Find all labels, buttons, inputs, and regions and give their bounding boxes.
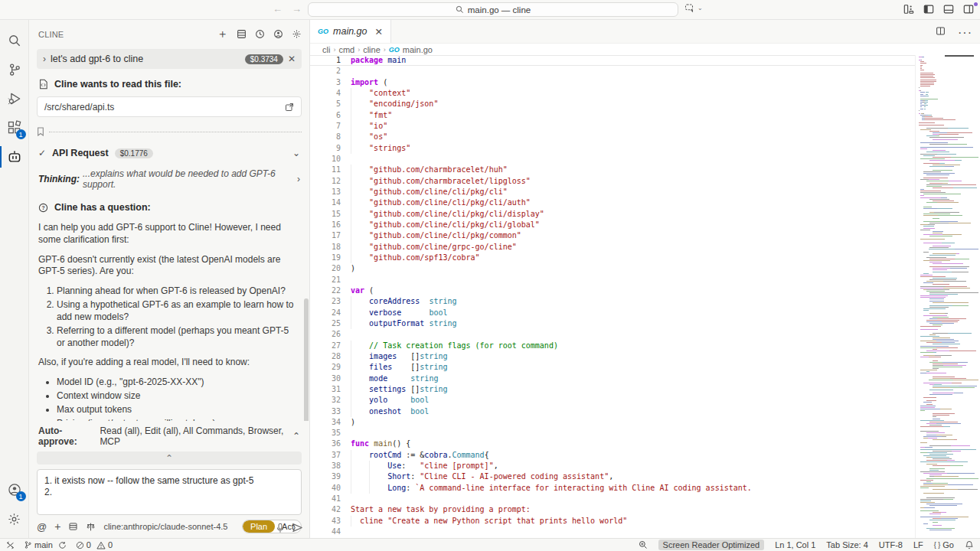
encoding[interactable]: UTF-8 xyxy=(879,540,903,549)
activitybar-source-control[interactable] xyxy=(0,55,29,84)
plan-button[interactable]: Plan xyxy=(243,520,275,533)
new-task-icon[interactable]: ＋ xyxy=(217,27,228,41)
chevron-up-icon[interactable]: ⌃ xyxy=(292,431,300,442)
eol-indicator[interactable]: LF xyxy=(913,540,923,549)
external-link-icon[interactable] xyxy=(285,103,294,112)
zoom-icon[interactable] xyxy=(639,540,648,549)
history-icon[interactable] xyxy=(255,29,265,39)
code-line: 13 "github.com/cline/cli/pkg/cli" xyxy=(310,187,980,197)
list-item: Referring to a different model (perhaps … xyxy=(57,325,299,350)
run-debug-icon xyxy=(7,91,22,106)
search-icon xyxy=(7,33,22,48)
activitybar-cline[interactable] xyxy=(0,142,29,171)
minimap-cursor-mark xyxy=(945,55,974,57)
toggle-primary-sidebar-icon[interactable] xyxy=(923,4,934,15)
activitybar-run-debug[interactable] xyxy=(0,84,29,113)
send-icon[interactable] xyxy=(292,523,303,533)
auto-approve-bar[interactable]: Auto-approve: Read (all), Edit (all), Al… xyxy=(37,421,302,452)
search-icon xyxy=(456,5,464,14)
code-line: 17 "github.com/cline/cli/pkg/common" xyxy=(310,230,980,241)
slash-commands-icon[interactable] xyxy=(68,522,78,531)
code-line: 11 "github.com/charmbracelet/huh" xyxy=(310,165,980,175)
code-line: 26 xyxy=(310,329,980,340)
tab-size[interactable]: Tab Size: 4 xyxy=(826,540,867,549)
close-task-icon[interactable]: ✕ xyxy=(288,54,296,64)
tab-label: main.go xyxy=(333,26,367,37)
sync-icon[interactable] xyxy=(58,541,67,549)
chevron-right-icon[interactable]: › xyxy=(297,174,300,184)
breadcrumb-file[interactable]: main.go xyxy=(403,45,433,54)
code-line: 38 Use: "cline [prompt]", xyxy=(310,461,980,471)
activitybar-extensions[interactable]: 1 xyxy=(0,113,29,142)
question-icon: ? xyxy=(38,203,48,213)
code-line: 22var ( xyxy=(310,285,980,296)
code-line: 30 mode string xyxy=(310,373,980,384)
nav-back-icon[interactable]: ← xyxy=(273,3,283,15)
activitybar-accounts[interactable]: 1 xyxy=(0,475,29,504)
more-actions-icon[interactable]: ··· xyxy=(958,26,972,40)
go-file-icon: GO xyxy=(318,28,328,35)
list-item: Using a hypothetical GPT-6 as an example… xyxy=(57,299,299,324)
close-tab-icon[interactable]: ✕ xyxy=(375,26,383,37)
customize-layout-icon[interactable] xyxy=(903,4,914,15)
add-icon[interactable]: + xyxy=(54,520,60,533)
check-icon: ✓ xyxy=(38,148,46,158)
warnings-count: 0 xyxy=(108,540,113,549)
mention-icon[interactable]: @ xyxy=(37,521,47,533)
copilot-menu[interactable]: ⌄ xyxy=(684,3,703,13)
account-icon[interactable] xyxy=(273,29,283,39)
chat-input[interactable]: 1. it exists now -- follow the same stru… xyxy=(37,469,302,515)
checkpoint-divider[interactable] xyxy=(37,127,302,136)
nav-forward-icon[interactable]: → xyxy=(292,3,302,15)
gear-icon[interactable] xyxy=(292,29,302,39)
sidebar-title: CLINE xyxy=(38,30,64,39)
toggle-secondary-sidebar-icon[interactable] xyxy=(963,4,974,15)
rules-icon[interactable] xyxy=(86,522,96,532)
code-line: 23 coreAddress string xyxy=(310,296,980,307)
svg-text:?: ? xyxy=(41,204,44,210)
split-editor-icon[interactable] xyxy=(936,26,946,36)
breadcrumb[interactable]: cli› cmd› cline› GO main.go xyxy=(310,44,980,55)
auto-approve-label: Auto-approve: xyxy=(38,425,96,447)
command-center-search[interactable]: main.go — cline xyxy=(308,2,678,17)
breadcrumb-item[interactable]: cli xyxy=(322,45,330,54)
context-collapse-bar[interactable]: ⌃ xyxy=(37,452,302,465)
notifications-bell-icon[interactable] xyxy=(965,540,974,549)
model-selector[interactable]: cline:anthropic/claude-sonnet-4.5 xyxy=(103,522,227,531)
cursor-position[interactable]: Ln 1, Col 1 xyxy=(775,540,815,549)
code-lines: 1package main23import (4 "context"5 "enc… xyxy=(310,55,980,537)
activitybar-search[interactable] xyxy=(0,26,29,55)
language-mode[interactable]: { } Go xyxy=(934,540,954,549)
task-title: let's add gpt-6 to cline xyxy=(51,54,240,64)
task-header[interactable]: › let's add gpt-6 to cline $0.3734 ✕ xyxy=(37,49,302,69)
minimap[interactable] xyxy=(915,55,980,538)
errors-count: 0 xyxy=(87,540,91,549)
chevron-down-icon: ⌄ xyxy=(697,5,703,11)
list-item: Planning ahead for when GPT-6 is release… xyxy=(57,285,299,298)
breadcrumb-item[interactable]: cmd xyxy=(338,45,354,54)
code-line: 24 verbose bool xyxy=(310,308,980,318)
cline-sidebar: CLINE ＋ › let's add gpt-6 to cline $0.37… xyxy=(29,20,310,538)
breadcrumb-item[interactable]: cline xyxy=(363,45,381,54)
tab-main-go[interactable]: GO main.go ✕ xyxy=(310,20,391,43)
code-line: 41 xyxy=(310,494,980,504)
microphone-icon[interactable] xyxy=(276,523,285,533)
file-path-box[interactable]: /src/shared/api.ts xyxy=(37,96,302,117)
mcp-servers-icon[interactable] xyxy=(237,29,247,39)
numbered-list: Planning ahead for when GPT-6 is release… xyxy=(38,285,299,349)
toggle-panel-icon[interactable] xyxy=(943,4,954,15)
problems-indicator[interactable]: 0 0 xyxy=(76,540,113,549)
remote-indicator-icon[interactable] xyxy=(6,541,15,549)
thinking-row[interactable]: Thinking: ...explains what would be need… xyxy=(38,168,300,190)
code-line: 1package main xyxy=(310,55,980,66)
code-line: 40 Long: `A command-line interface for i… xyxy=(310,483,980,494)
activitybar-settings[interactable] xyxy=(0,504,29,533)
api-request-row[interactable]: ✓ API Request $0.1776 ⌄ xyxy=(38,148,300,158)
list-item: Model ID (e.g., "gpt-6-2025-XX-XX") xyxy=(57,377,299,389)
branch-indicator[interactable]: main xyxy=(24,540,67,549)
code-line: 2 xyxy=(310,66,980,77)
chevron-down-icon[interactable]: ⌄ xyxy=(292,148,300,158)
screen-reader-status[interactable]: Screen Reader Optimized xyxy=(658,540,765,550)
cline-robot-icon xyxy=(7,149,22,165)
code-area[interactable]: 1package main23import (4 "context"5 "enc… xyxy=(310,55,980,538)
